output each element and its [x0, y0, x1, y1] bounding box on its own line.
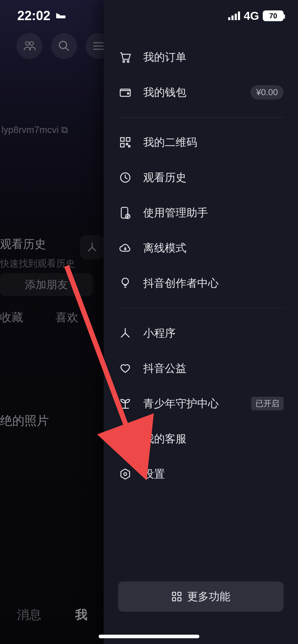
menu-label: 我的钱包	[143, 85, 240, 100]
more-features-label: 更多功能	[187, 589, 230, 604]
svg-rect-33	[172, 598, 176, 601]
network-label: 4G	[244, 9, 259, 23]
svg-rect-15	[126, 138, 130, 141]
signal-icon	[228, 12, 240, 20]
bed-icon	[55, 12, 66, 20]
youth-enabled-tag: 已开启	[251, 397, 284, 410]
svg-point-2	[59, 41, 67, 49]
svg-line-3	[66, 48, 69, 51]
menu-label: 青少年守护中心	[143, 396, 240, 411]
svg-line-8	[89, 247, 92, 251]
headset-icon	[118, 432, 132, 446]
svg-point-1	[30, 42, 33, 45]
cloud-download-icon	[118, 241, 132, 255]
menu-offline-mode[interactable]: 离线模式	[118, 230, 284, 266]
svg-rect-34	[178, 598, 181, 601]
menu-label: 抖音公益	[143, 361, 284, 376]
menu-orders[interactable]: 我的订单	[118, 40, 284, 75]
svg-rect-31	[172, 592, 176, 595]
settings-icon	[118, 467, 132, 481]
menu-label: 抖音创作者中心	[143, 276, 284, 291]
menu-label: 使用管理助手	[143, 206, 284, 220]
svg-rect-32	[178, 592, 181, 595]
menu-label: 我的订单	[143, 50, 284, 65]
menu-label: 观看历史	[143, 170, 284, 185]
spark-icon	[118, 326, 132, 340]
menu-watch-history[interactable]: 观看历史	[118, 160, 284, 195]
bottom-tab-profile[interactable]: 我	[75, 607, 87, 623]
phone-check-icon	[118, 206, 132, 220]
svg-rect-27	[121, 439, 123, 443]
friends-button[interactable]	[17, 33, 42, 59]
add-friend-button[interactable]: 添加朋友	[0, 273, 93, 296]
wallet-balance-badge: ¥0.00	[250, 85, 284, 100]
bottom-tab-messages[interactable]: 消息	[17, 607, 41, 623]
search-button[interactable]	[51, 33, 77, 59]
svg-point-37	[58, 14, 60, 16]
cart-icon	[118, 50, 132, 64]
svg-line-9	[92, 247, 96, 251]
svg-rect-18	[128, 146, 130, 147]
user-id-text: lyp8rvm7mcvi ⧉	[0, 124, 68, 135]
menu-mini-programs[interactable]: 小程序	[118, 316, 284, 351]
menu-qrcode[interactable]: 我的二维码	[118, 125, 284, 160]
svg-rect-36	[56, 13, 58, 17]
svg-point-22	[122, 278, 128, 285]
menu-label: 设置	[143, 467, 284, 482]
home-indicator[interactable]	[99, 635, 199, 638]
menu-usage-assistant[interactable]: 使用管理助手	[118, 195, 284, 230]
svg-rect-28	[128, 439, 130, 443]
divider	[118, 308, 284, 308]
qrcode-icon	[118, 135, 132, 150]
battery-icon: 70	[263, 10, 284, 21]
menu-wallet[interactable]: 我的钱包 ¥0.00	[118, 75, 284, 110]
search-icon	[58, 40, 70, 52]
svg-line-24	[121, 333, 125, 337]
svg-rect-17	[126, 143, 128, 145]
menu-label: 小程序	[143, 326, 284, 341]
menu-label: 我的二维码	[143, 135, 284, 150]
svg-rect-14	[121, 138, 124, 141]
side-drawer: 我的订单 我的钱包 ¥0.00 我的二维码	[104, 0, 298, 644]
lightbulb-icon	[118, 276, 132, 290]
svg-point-13	[127, 93, 129, 94]
friends-icon	[23, 41, 36, 51]
svg-point-10	[123, 61, 125, 63]
spark-button[interactable]	[80, 235, 104, 259]
svg-point-30	[124, 473, 127, 475]
bg-photo-text: 绝的照片	[0, 413, 49, 429]
hamburger-icon	[93, 42, 104, 50]
svg-point-0	[26, 42, 29, 45]
menu-customer-service[interactable]: 我的客服	[118, 421, 284, 456]
status-time: 22:02	[17, 8, 50, 23]
add-friend-label: 添加朋友	[25, 277, 68, 292]
menu-label: 离线模式	[143, 241, 284, 256]
menu-youth-protection[interactable]: 青少年守护中心 已开启	[118, 386, 284, 421]
status-bar: 22:02 4G 70	[0, 0, 298, 32]
menu-creator-center[interactable]: 抖音创作者中心	[118, 266, 284, 301]
more-features-button[interactable]: 更多功能	[118, 581, 284, 612]
battery-level: 70	[269, 12, 277, 20]
menu-label: 我的客服	[143, 432, 284, 446]
bg-tab-favorite[interactable]: 收藏	[0, 310, 23, 326]
svg-rect-16	[121, 143, 124, 147]
grid-icon	[171, 591, 182, 602]
svg-line-25	[125, 333, 129, 337]
heart-icon	[118, 361, 132, 376]
clock-icon	[118, 170, 132, 185]
svg-point-11	[127, 61, 129, 63]
spark-icon	[86, 242, 98, 253]
sprout-icon	[118, 396, 132, 411]
svg-marker-29	[121, 469, 130, 479]
wallet-icon	[118, 85, 132, 100]
menu-settings[interactable]: 设置	[118, 456, 284, 492]
bg-tab-like[interactable]: 喜欢	[55, 310, 78, 326]
divider	[118, 117, 284, 118]
bg-history-subtitle: 快速找到观看历史	[0, 257, 97, 270]
menu-charity[interactable]: 抖音公益	[118, 351, 284, 386]
